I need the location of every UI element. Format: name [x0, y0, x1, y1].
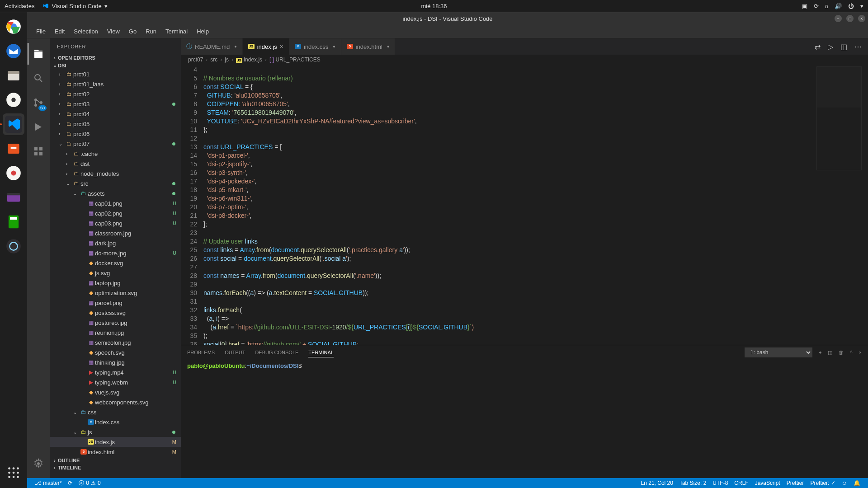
dock-rhythmbox[interactable] [3, 89, 24, 111]
dock-thunderbird[interactable] [3, 40, 24, 62]
volume-icon[interactable]: 🔊 [835, 3, 842, 9]
tree-item[interactable]: ›🗀prct04 [50, 109, 181, 119]
tree-item[interactable]: ›🗀node_modules [50, 169, 181, 178]
search-view-icon[interactable] [28, 67, 49, 89]
menu-file[interactable]: File [33, 27, 49, 36]
close-tab-icon[interactable]: × [280, 43, 283, 50]
tree-item[interactable]: ▦cap03.pngU [50, 218, 181, 228]
status-sync[interactable]: ⟳ [65, 478, 75, 488]
more-actions-icon[interactable]: ⋯ [854, 42, 862, 51]
dock-apps-grid[interactable] [3, 462, 24, 483]
code-editor[interactable]: 4567891011121314151617181920212223242526… [181, 65, 868, 345]
outline-section[interactable]: ›OUTLINE [50, 457, 181, 464]
activities-button[interactable]: Actividades [5, 3, 34, 9]
panel-tab-terminal[interactable]: TERMINAL [308, 348, 334, 357]
tree-item[interactable]: ⌄🗀src [50, 178, 181, 188]
tree-item[interactable]: ▦do-more.jpgU [50, 248, 181, 258]
tree-item[interactable]: ▶typing.webmU [50, 377, 181, 387]
status-feedback-icon[interactable]: ☺ [839, 480, 850, 486]
status-bell-icon[interactable]: 🔔 [850, 480, 863, 486]
tree-item[interactable]: ▦postureo.jpg [50, 318, 181, 328]
menu-go[interactable]: Go [125, 27, 140, 36]
dock-video[interactable] [3, 187, 24, 208]
tree-item[interactable]: 5index.htmlM [50, 447, 181, 457]
tree-item[interactable]: ◆speech.svg [50, 347, 181, 357]
tree-item[interactable]: ⌄🗀prct07 [50, 139, 181, 149]
dock-obs[interactable] [3, 235, 24, 257]
tree-item[interactable]: JSindex.jsM [50, 437, 181, 447]
status-indent[interactable]: Tab Size: 2 [676, 480, 709, 486]
maximize-panel-icon[interactable]: ^ [850, 350, 852, 355]
menu-help[interactable]: Help [193, 27, 212, 36]
panel-tab-debug[interactable]: DEBUG CONSOLE [255, 348, 298, 357]
tree-item[interactable]: ▦thinking.jpg [50, 357, 181, 367]
terminal[interactable]: pablo@pabloUbuntu:~/Documentos/DSI$ [181, 360, 868, 478]
app-menu[interactable]: Visual Studio Code ▾ [42, 3, 107, 9]
tree-item[interactable]: ›🗀prct01_iaas [50, 79, 181, 89]
maximize-button[interactable]: □ [846, 15, 854, 22]
status-problems[interactable]: ⓧ 0 ⚠ 0 [75, 478, 104, 488]
menu-run[interactable]: Run [142, 27, 160, 36]
editor-tab[interactable]: JS index.js× [243, 38, 289, 55]
close-panel-icon[interactable]: × [859, 350, 862, 355]
clock[interactable]: mié 18:36 [421, 3, 447, 9]
explorer-view-icon[interactable] [28, 43, 49, 65]
tree-item[interactable]: ›🗀prct01 [50, 69, 181, 79]
tree-item[interactable]: ▦semicolon.jpg [50, 338, 181, 347]
new-terminal-icon[interactable]: + [819, 350, 821, 355]
tree-item[interactable]: ⌄🗀js [50, 427, 181, 437]
tree-item[interactable]: ›🗀prct02 [50, 89, 181, 99]
kill-terminal-icon[interactable]: 🗑 [839, 350, 844, 355]
tree-item[interactable]: ◆postcss.svg [50, 308, 181, 318]
tree-item[interactable]: ▶typing.mp4U [50, 367, 181, 377]
tree-item[interactable]: ›🗀prct05 [50, 119, 181, 129]
menu-selection[interactable]: Selection [70, 27, 101, 36]
panel-tab-output[interactable]: OUTPUT [225, 348, 245, 357]
tree-item[interactable]: ›🗀dist [50, 159, 181, 169]
workspace-section[interactable]: ⌄DSI [50, 61, 181, 69]
extensions-view-icon[interactable] [28, 141, 49, 162]
status-prettier-check[interactable]: Prettier: ✓ [807, 480, 838, 486]
settings-gear-icon[interactable] [28, 453, 49, 474]
tree-item[interactable]: ▦cap01.pngU [50, 198, 181, 208]
status-cursor[interactable]: Ln 21, Col 20 [638, 480, 676, 486]
tree-item[interactable]: ◆js.svg [50, 268, 181, 278]
tree-item[interactable]: #index.css [50, 417, 181, 427]
screencast-icon[interactable]: ▣ [802, 3, 807, 9]
editor-tab[interactable]: 5 index.html [341, 38, 396, 55]
updates-icon[interactable]: ⟳ [814, 3, 819, 9]
status-branch[interactable]: ⎇ master* [32, 478, 65, 488]
dock-vscode[interactable] [3, 113, 24, 135]
tree-item[interactable]: ◆docker.svg [50, 258, 181, 268]
tree-item[interactable]: ▦reunion.jpg [50, 328, 181, 338]
status-prettier[interactable]: Prettier [783, 480, 807, 486]
editor-tab[interactable]: # index.css [289, 38, 341, 55]
close-button[interactable]: × [858, 15, 865, 22]
dock-calc[interactable] [3, 211, 24, 233]
status-language[interactable]: JavaScript [752, 480, 783, 486]
dock-software[interactable] [3, 138, 24, 160]
split-editor-icon[interactable]: ◫ [840, 42, 847, 51]
compare-changes-icon[interactable]: ⇄ [815, 42, 821, 51]
status-encoding[interactable]: UTF-8 [709, 480, 731, 486]
tree-item[interactable]: ◆webcomponents.svg [50, 397, 181, 407]
tree-item[interactable]: ▦dark.jpg [50, 238, 181, 248]
dock-help[interactable] [3, 162, 24, 184]
tree-item[interactable]: ›🗀prct03 [50, 99, 181, 109]
menu-terminal[interactable]: Terminal [162, 27, 191, 36]
dock-chrome[interactable] [3, 16, 24, 38]
breadcrumb[interactable]: prct07›src›js›JS index.js›[ ] URL_PRACTI… [181, 55, 868, 65]
dock-files[interactable] [3, 65, 24, 86]
tree-item[interactable]: ◆optimization.svg [50, 288, 181, 298]
tree-item[interactable]: ›🗀prct06 [50, 129, 181, 139]
wifi-icon[interactable]: ⩍ [825, 3, 828, 9]
menu-view[interactable]: View [104, 27, 123, 36]
minimap[interactable] [816, 66, 862, 170]
status-eol[interactable]: CRLF [731, 480, 751, 486]
tree-item[interactable]: ▦cap02.pngU [50, 208, 181, 218]
terminal-selector[interactable]: 1: bash [745, 347, 812, 357]
run-file-icon[interactable]: ▷ [828, 42, 833, 51]
power-icon[interactable]: ⏻ [848, 3, 854, 9]
split-terminal-icon[interactable]: ◫ [828, 350, 832, 356]
timeline-section[interactable]: ›TIMELINE [50, 464, 181, 471]
